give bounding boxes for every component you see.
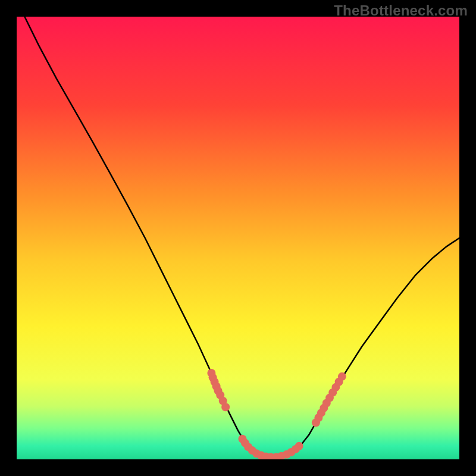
curve-marker: [338, 372, 346, 381]
chart-root: TheBottleneck.com: [0, 0, 476, 476]
plot-background: [17, 17, 459, 459]
curve-marker: [295, 442, 303, 450]
bottleneck-plot: [17, 17, 459, 459]
curve-marker: [221, 403, 230, 411]
